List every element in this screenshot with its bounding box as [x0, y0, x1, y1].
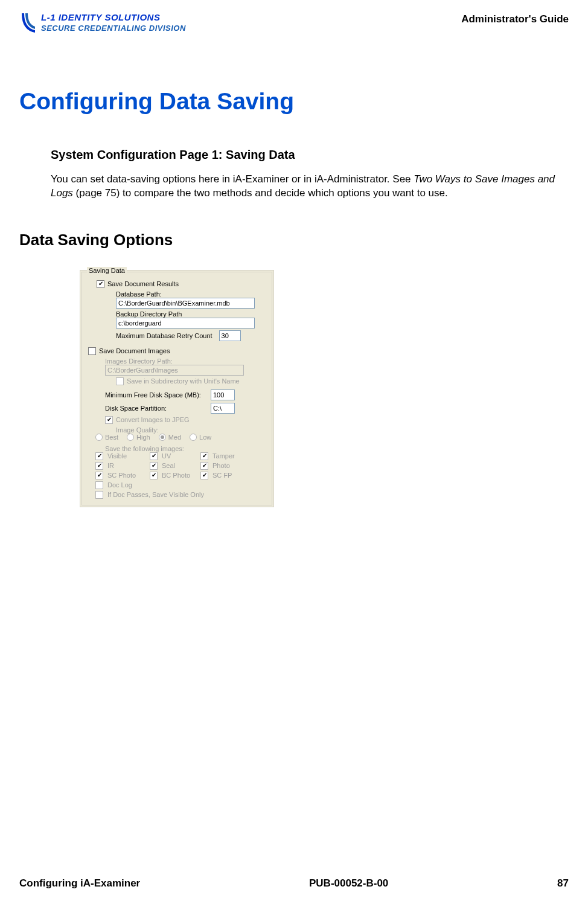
- img-photo-checkbox: [200, 462, 208, 470]
- saving-data-groupbox: Saving Data Save Document Results Databa…: [81, 272, 272, 505]
- img-doclog-checkbox: [95, 481, 103, 489]
- guide-title: Administrator's Guide: [461, 13, 569, 25]
- img-visible-checkbox: [95, 452, 103, 460]
- img-scphoto-checkbox: [95, 472, 103, 479]
- footer-center: PUB-00052-B-00: [309, 877, 388, 890]
- max-retry-label: Maximum Database Retry Count: [116, 332, 213, 339]
- logo-line-1: L-1 IDENTITY SOLUTIONS: [41, 12, 186, 22]
- quality-best-radio: [95, 434, 103, 441]
- convert-jpeg-row: Convert Images to JPEG: [105, 416, 266, 424]
- img-ir-checkbox: [95, 462, 103, 470]
- img-tamper-checkbox: [200, 452, 208, 460]
- page-footer: Configuring iA-Examiner PUB-00052-B-00 8…: [19, 877, 569, 890]
- disk-partition-row: Disk Space Partition:: [105, 403, 266, 414]
- page-title: Configuring Data Saving: [19, 88, 569, 115]
- convert-jpeg-checkbox: [105, 416, 113, 424]
- img-uv-checkbox: [150, 452, 158, 460]
- img-seal-checkbox: [150, 462, 158, 470]
- images-dir-input: [105, 365, 244, 376]
- groupbox-title: Saving Data: [87, 267, 127, 274]
- save-document-images-label: Save Document Images: [99, 347, 170, 354]
- max-retry-input[interactable]: [219, 330, 241, 341]
- db-path-input[interactable]: [116, 298, 255, 309]
- page-header: L-1 IDENTITY SOLUTIONS SECURE CREDENTIAL…: [19, 12, 569, 34]
- section-heading: Data Saving Options: [19, 231, 569, 249]
- backup-dir-label: Backup Directory Path: [116, 310, 266, 318]
- save-document-results-row: Save Document Results: [97, 280, 266, 288]
- saving-data-dialog: Saving Data Save Document Results Databa…: [80, 270, 274, 507]
- backup-dir-input[interactable]: [116, 318, 255, 329]
- intro-paragraph: You can set data-saving options here in …: [51, 173, 557, 200]
- convert-jpeg-label: Convert Images to JPEG: [116, 416, 190, 423]
- save-following-label: Save the following images:: [105, 445, 184, 452]
- disk-partition-input[interactable]: [211, 403, 235, 414]
- save-subdir-row: Save in Subdirectory with Unit's Name: [116, 377, 266, 385]
- img-bcphoto-checkbox: [150, 472, 158, 479]
- logo-icon: [19, 12, 37, 34]
- db-path-label: Database Path:: [116, 290, 266, 298]
- img-ifpass-checkbox: [95, 491, 103, 499]
- quality-high-radio: [127, 434, 134, 441]
- footer-left: Configuring iA-Examiner: [19, 877, 140, 890]
- image-quality-radios: Best High Med Low: [95, 434, 266, 441]
- min-free-input[interactable]: [211, 389, 235, 400]
- min-free-row: Minimum Free Disk Space (MB):: [105, 389, 266, 400]
- save-document-results-checkbox[interactable]: [97, 280, 104, 288]
- save-document-images-row: Save Document Images: [88, 347, 266, 355]
- save-images-grid: Visible UV Tamper IR Seal Photo SC Photo…: [95, 452, 266, 499]
- save-subdir-checkbox: [116, 377, 124, 385]
- max-retry-row: Maximum Database Retry Count: [116, 330, 266, 341]
- images-dir-label: Images Directory Path:: [105, 357, 266, 365]
- save-subdir-label: Save in Subdirectory with Unit's Name: [127, 377, 240, 385]
- logo-text: L-1 IDENTITY SOLUTIONS SECURE CREDENTIAL…: [41, 12, 186, 33]
- min-free-label: Minimum Free Disk Space (MB):: [105, 391, 208, 399]
- quality-low-radio: [190, 434, 197, 441]
- intro-part-1: You can set data-saving options here in …: [51, 173, 414, 185]
- disk-partition-label: Disk Space Partition:: [105, 405, 208, 412]
- save-document-images-checkbox[interactable]: [88, 347, 96, 355]
- img-scfp-checkbox: [200, 472, 208, 479]
- image-quality-label: Image Quality:: [116, 426, 159, 434]
- quality-med-radio: [159, 434, 166, 441]
- subheading: System Configuration Page 1: Saving Data: [51, 148, 569, 162]
- footer-right: 87: [557, 877, 569, 890]
- save-document-results-label: Save Document Results: [107, 280, 179, 287]
- logo-block: L-1 IDENTITY SOLUTIONS SECURE CREDENTIAL…: [19, 12, 186, 34]
- logo-line-2: SECURE CREDENTIALING DIVISION: [41, 24, 186, 33]
- intro-part-2: (page 75) to compare the two methods and…: [73, 187, 448, 199]
